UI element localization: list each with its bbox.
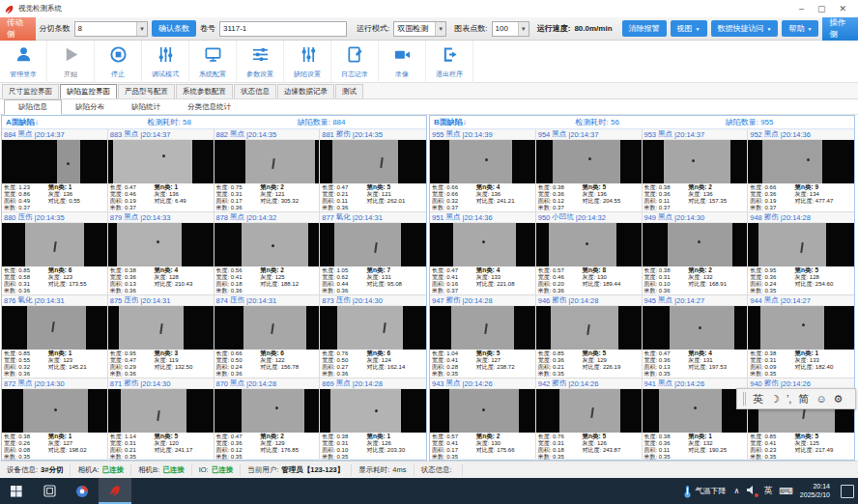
defect-cell[interactable]: 943黑点|20:14:26长度: 0.57宽度: 0.41面积: 0.17米数… (430, 378, 536, 462)
roll-number-input[interactable] (219, 21, 347, 37)
defect-image[interactable] (2, 223, 107, 266)
defect-image[interactable] (214, 389, 320, 433)
maximize-button[interactable]: ▢ (817, 0, 826, 17)
defect-cell[interactable]: 872黑点|20:14:30长度: 0.38宽度: 0.26面积: 0.08米数… (2, 378, 108, 462)
defect-cell[interactable]: 883黑点|20:14:37长度: 0.47宽度: 0.46面积: 0.19米数… (108, 129, 214, 212)
defect-cell[interactable]: 879黑点|20:14:33长度: 0.38宽度: 0.36面积: 0.13米数… (108, 212, 214, 295)
sub-tab-3[interactable]: 缺陷统计 (118, 100, 174, 114)
defect-cell[interactable]: 874压伤|20:14:31长度: 0.66宽度: 0.50面积: 0.24米数… (214, 295, 321, 378)
confirm-count-button[interactable]: 确认条数 (152, 20, 196, 37)
ime-halfwidth-icon[interactable]: ☽ (770, 393, 780, 406)
toolbar-button-6[interactable]: 参数设置 (237, 41, 284, 83)
close-button[interactable]: ✕ (839, 0, 846, 17)
defect-cell[interactable]: 881擦伤|20:14:35长度: 0.47宽度: 0.21面积: 0.11米数… (320, 129, 426, 212)
ime-english-mode[interactable]: 英 (753, 392, 763, 406)
defect-image[interactable] (320, 140, 426, 183)
toolbar-button-3[interactable]: 停止 (95, 41, 142, 83)
defect-cell[interactable]: 878黑点|20:14:32长度: 0.56宽度: 0.41面积: 0.18米数… (214, 212, 321, 295)
taskbar-weather[interactable]: 气温下降 (683, 485, 727, 498)
defect-image[interactable] (643, 389, 748, 433)
split-count-select[interactable]: 8 ▼ (74, 21, 148, 37)
toolbar-button-10[interactable]: 退出程序 (426, 41, 473, 83)
ime-language-bar[interactable]: 英☽’,简☺⚙ (736, 388, 856, 409)
defect-cell[interactable]: 876氧化|20:14:31长度: 0.85宽度: 0.55面积: 0.32米数… (2, 295, 108, 378)
help-menu-button[interactable]: 帮助▼ (782, 20, 818, 37)
defect-image[interactable] (108, 389, 214, 433)
task-view-button[interactable] (33, 478, 66, 504)
defect-image[interactable] (643, 306, 748, 350)
defect-cell[interactable]: 882黑点|20:14:35长度: 0.75宽度: 0.31面积: 0.17米数… (214, 129, 321, 212)
view-menu-button[interactable]: 视图▼ (671, 20, 707, 37)
toolbar-button-4[interactable]: 调试模式 (142, 41, 189, 83)
defect-cell[interactable]: 873压伤|20:14:30长度: 0.76宽度: 0.50面积: 0.27米数… (320, 295, 426, 378)
taskbar-clock[interactable]: 20:14 2025/2/10 (800, 483, 830, 499)
defect-cell[interactable]: 953黑点|20:14:37长度: 0.38宽度: 0.36面积: 0.11米数… (643, 129, 749, 212)
defect-image[interactable] (2, 389, 107, 433)
defect-image[interactable] (536, 306, 642, 350)
drive-side-button[interactable]: 传动侧 (0, 17, 36, 41)
toolbar-button-7[interactable]: 缺陷设置 (284, 41, 331, 83)
defect-image[interactable] (536, 389, 642, 433)
minimize-button[interactable]: – (799, 0, 804, 17)
ime-emoji-icon[interactable]: ☺ (815, 393, 826, 405)
chevron-down-icon[interactable]: ▼ (136, 22, 147, 36)
defect-cell[interactable]: 880压伤|20:14:35长度: 0.85宽度: 0.58面积: 0.31米数… (2, 212, 108, 295)
defect-cell[interactable]: 875压伤|20:14:31长度: 0.95宽度: 0.47面积: 0.29米数… (108, 295, 214, 378)
defect-cell[interactable]: 877氧化|20:14:31长度: 1.05宽度: 0.62面积: 0.44米数… (320, 212, 426, 295)
main-tab-6[interactable]: 边缘数据记录 (277, 84, 334, 98)
main-tab-4[interactable]: 系统参数配置 (176, 84, 233, 98)
defect-cell[interactable]: 950小凹坑|20:14:32长度: 0.57宽度: 0.46面积: 0.20米… (536, 212, 643, 295)
defect-image[interactable] (320, 223, 426, 266)
defect-cell[interactable]: 948擦伤|20:14:28长度: 0.95宽度: 0.36面积: 0.24米数… (748, 212, 854, 295)
toolbar-button-9[interactable]: 录像 (379, 41, 426, 83)
run-mode-select[interactable]: 双面检测 ▼ (393, 21, 446, 37)
main-tab-5[interactable]: 状态信息 (234, 84, 276, 98)
defect-image[interactable] (108, 223, 214, 266)
defect-image[interactable] (430, 140, 535, 183)
defect-cell[interactable]: 947擦伤|20:14:28长度: 1.04宽度: 0.41面积: 0.28米数… (430, 295, 536, 378)
defect-image[interactable] (748, 140, 854, 183)
defect-image[interactable] (643, 223, 748, 266)
defect-cell[interactable]: 951黑点|20:14:36长度: 0.47宽度: 0.41面积: 0.16米数… (430, 212, 536, 295)
main-tab-7[interactable]: 测试 (335, 84, 363, 98)
toolbar-button-8[interactable]: 日志记录 (331, 41, 379, 83)
sub-tab-1[interactable]: 缺陷信息 (4, 99, 62, 115)
chevron-down-icon[interactable]: ▼ (518, 22, 529, 36)
defect-image[interactable] (536, 140, 642, 183)
ime-punctuation-icon[interactable]: ’, (786, 393, 792, 405)
defect-image[interactable] (748, 223, 854, 266)
clear-alarm-button[interactable]: 清除报警 (622, 20, 667, 37)
main-tab-3[interactable]: 产品型号配置 (118, 84, 175, 98)
volume-icon[interactable] (746, 485, 757, 497)
defect-image[interactable] (430, 223, 535, 266)
main-tab-2[interactable]: 缺陷监控界面 (60, 84, 117, 98)
defect-cell[interactable]: 949黑点|20:14:30长度: 0.38宽度: 0.31面积: 0.10米数… (643, 212, 749, 295)
defect-cell[interactable]: 869黑点|20:14:28长度: 0.38宽度: 0.31面积: 0.10米数… (320, 378, 426, 462)
defect-image[interactable] (2, 306, 107, 350)
data-quick-access-button[interactable]: 数据快捷访问▼ (711, 20, 779, 37)
defect-image[interactable] (108, 306, 214, 350)
defect-image[interactable] (430, 306, 535, 350)
toolbar-button-5[interactable]: 系统配置 (189, 41, 237, 83)
defect-image[interactable] (320, 389, 426, 433)
defect-image[interactable] (320, 306, 426, 350)
operator-side-button[interactable]: 操作侧 (822, 17, 858, 41)
taskbar-app-inspection-system[interactable] (99, 478, 131, 504)
defect-image[interactable] (214, 140, 320, 183)
defect-image[interactable] (430, 389, 535, 433)
defect-image[interactable] (643, 140, 748, 183)
chart-points-select[interactable]: 100 ▼ (492, 21, 529, 37)
defect-cell[interactable]: 952黑点|20:14:36长度: 0.66宽度: 0.36面积: 0.19米数… (748, 129, 854, 212)
taskbar-app-browser[interactable] (66, 478, 99, 504)
ime-mode-indicator[interactable]: 英 (763, 485, 772, 497)
defect-cell[interactable]: 954黑点|20:14:37长度: 0.38宽度: 0.36面积: 0.12米数… (536, 129, 643, 212)
chevron-down-icon[interactable]: ▼ (435, 22, 445, 36)
defect-cell[interactable]: 871擦伤|20:14:30长度: 1.14宽度: 0.31面积: 0.21米数… (108, 378, 214, 462)
defect-cell[interactable]: 955黑点|20:14:39长度: 0.66宽度: 0.66面积: 0.32米数… (430, 129, 536, 212)
defect-image[interactable] (214, 306, 320, 350)
ime-simplified-mode[interactable]: 简 (798, 392, 809, 406)
ime-settings-gear-icon[interactable]: ⚙ (834, 393, 844, 406)
main-tab-1[interactable]: 尺寸监控界面 (2, 84, 59, 98)
ime-grip-handle[interactable] (743, 392, 746, 406)
tray-expand-caret[interactable]: ∧ (734, 487, 740, 495)
